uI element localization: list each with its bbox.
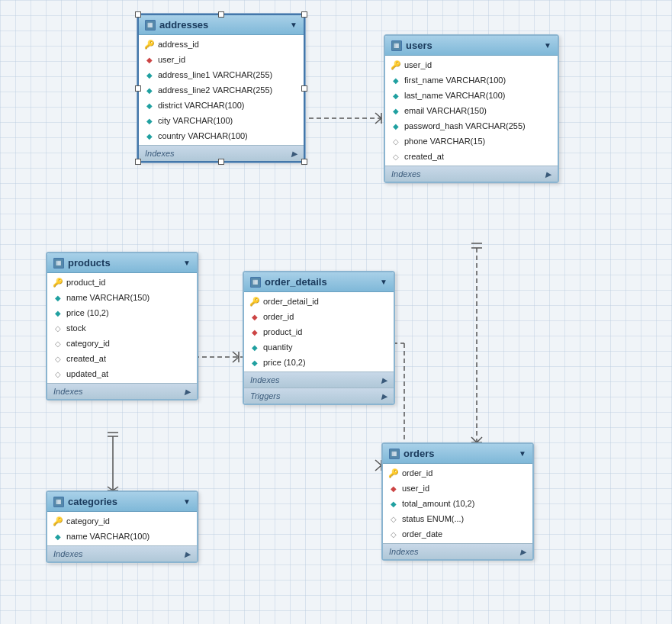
field-icon: ◇ bbox=[53, 369, 63, 378]
fk-icon: ◆ bbox=[250, 327, 259, 336]
users-title: users bbox=[406, 40, 432, 51]
key-icon: 🔑 bbox=[53, 278, 63, 287]
field-icon: ◆ bbox=[391, 121, 400, 130]
indexes-arrow: ▶ bbox=[381, 376, 387, 384]
field-icon: ◇ bbox=[389, 514, 398, 523]
field-icon: ◆ bbox=[389, 499, 398, 508]
users-indexes-footer[interactable]: Indexes ▶ bbox=[385, 166, 558, 182]
products-fields: 🔑 product_id ◆ name VARCHAR(150) ◆ price… bbox=[47, 273, 197, 383]
key-icon: 🔑 bbox=[391, 60, 400, 69]
order-details-title: order_details bbox=[265, 276, 327, 288]
field-icon: ◆ bbox=[250, 343, 259, 352]
field-icon: ◆ bbox=[53, 308, 63, 317]
field-updated_at: ◇ updated_at bbox=[47, 366, 197, 381]
order-details-indexes-footer[interactable]: Indexes ▶ bbox=[244, 372, 394, 388]
categories-indexes-footer[interactable]: Indexes ▶ bbox=[47, 545, 197, 561]
categories-table[interactable]: ▦ categories ▼ 🔑 category_id ◆ name VARC… bbox=[46, 491, 198, 563]
products-dropdown[interactable]: ▼ bbox=[183, 259, 191, 267]
field-icon: ◆ bbox=[145, 101, 154, 110]
field-order_id: 🔑 order_id bbox=[383, 465, 532, 481]
field-last_name: ◆ last_name VARCHAR(100) bbox=[385, 88, 558, 103]
field-status: ◇ status ENUM(...) bbox=[383, 511, 532, 526]
field-icon: ◇ bbox=[53, 339, 63, 348]
field-icon: ◇ bbox=[389, 529, 398, 539]
field-phone: ◇ phone VARCHAR(15) bbox=[385, 133, 558, 149]
svg-line-16 bbox=[233, 357, 239, 362]
field-password_hash: ◆ password_hash VARCHAR(255) bbox=[385, 118, 558, 133]
order-details-fields: 🔑 order_detail_id ◆ order_id ◆ product_i… bbox=[244, 292, 394, 372]
key-icon: 🔑 bbox=[250, 297, 259, 306]
orders-table[interactable]: ▦ orders ▼ 🔑 order_id ◆ user_id ◆ total_… bbox=[381, 442, 534, 561]
order-details-table-icon: ▦ bbox=[250, 277, 261, 288]
field-icon: ◇ bbox=[53, 354, 63, 363]
addresses-fields: 🔑 address_id ◆ user_id ◆ address_line1 V… bbox=[139, 35, 304, 145]
indexes-label: Indexes bbox=[145, 149, 175, 158]
field-city: ◆ city VARCHAR(100) bbox=[139, 113, 304, 128]
products-indexes-footer[interactable]: Indexes ▶ bbox=[47, 383, 197, 399]
field-icon: ◆ bbox=[53, 293, 63, 302]
categories-dropdown[interactable]: ▼ bbox=[183, 497, 191, 506]
key-icon: 🔑 bbox=[389, 468, 398, 478]
indexes-arrow: ▶ bbox=[291, 150, 297, 158]
key-icon: 🔑 bbox=[145, 40, 154, 49]
field-icon: ◆ bbox=[145, 70, 154, 79]
field-address_line2: ◆ address_line2 VARCHAR(255) bbox=[139, 82, 304, 98]
products-title: products bbox=[68, 257, 111, 269]
categories-title: categories bbox=[68, 496, 117, 507]
field-icon: ◆ bbox=[145, 85, 154, 95]
triggers-label: Triggers bbox=[250, 391, 281, 400]
field-district: ◆ district VARCHAR(100) bbox=[139, 98, 304, 113]
triggers-arrow: ▶ bbox=[381, 392, 387, 400]
field-order_id: ◆ order_id bbox=[244, 309, 394, 324]
users-table[interactable]: ▦ users ▼ 🔑 user_id ◆ first_name VARCHAR… bbox=[384, 34, 559, 183]
field-icon: ◆ bbox=[391, 76, 400, 85]
order-details-header: ▦ order_details ▼ bbox=[244, 272, 394, 292]
field-address_line1: ◆ address_line1 VARCHAR(255) bbox=[139, 67, 304, 82]
indexes-label: Indexes bbox=[391, 169, 421, 179]
field-icon: ◆ bbox=[391, 106, 400, 115]
field-order_date: ◇ order_date bbox=[383, 526, 532, 542]
svg-line-25 bbox=[375, 465, 381, 471]
field-category_id: ◇ category_id bbox=[47, 336, 197, 351]
field-icon: ◆ bbox=[145, 116, 154, 125]
key-icon: 🔑 bbox=[53, 516, 63, 526]
svg-line-3 bbox=[375, 118, 381, 124]
users-fields: 🔑 user_id ◆ first_name VARCHAR(100) ◆ la… bbox=[385, 56, 558, 166]
addresses-header: ▦ addresses ▼ bbox=[139, 15, 304, 35]
users-table-icon: ▦ bbox=[391, 40, 402, 51]
field-category_id: 🔑 category_id bbox=[47, 513, 197, 529]
svg-line-9 bbox=[477, 437, 482, 442]
order-details-dropdown[interactable]: ▼ bbox=[380, 278, 387, 286]
fk-icon: ◆ bbox=[389, 484, 398, 493]
orders-header: ▦ orders ▼ bbox=[383, 444, 532, 464]
indexes-label: Indexes bbox=[53, 549, 83, 558]
field-user_id: ◆ user_id bbox=[139, 52, 304, 67]
addresses-table[interactable]: ▦ addresses ▼ 🔑 address_id ◆ user_id ◆ a… bbox=[137, 14, 305, 162]
field-created_at: ◇ created_at bbox=[385, 149, 558, 164]
field-price: ◆ price (10,2) bbox=[244, 355, 394, 370]
indexes-arrow: ▶ bbox=[185, 388, 191, 396]
orders-fields: 🔑 order_id ◆ user_id ◆ total_amount (10,… bbox=[383, 464, 532, 543]
indexes-label: Indexes bbox=[389, 547, 419, 556]
orders-table-icon: ▦ bbox=[389, 449, 400, 459]
field-first_name: ◆ first_name VARCHAR(100) bbox=[385, 72, 558, 88]
categories-table-icon: ▦ bbox=[53, 497, 64, 507]
field-country: ◆ country VARCHAR(100) bbox=[139, 128, 304, 143]
order-details-triggers-footer[interactable]: Triggers ▶ bbox=[244, 388, 394, 404]
users-header: ▦ users ▼ bbox=[385, 36, 558, 56]
field-address_id: 🔑 address_id bbox=[139, 37, 304, 52]
indexes-label: Indexes bbox=[53, 387, 83, 396]
order-details-table[interactable]: ▦ order_details ▼ 🔑 order_detail_id ◆ or… bbox=[243, 271, 395, 405]
orders-title: orders bbox=[404, 448, 434, 459]
addresses-dropdown[interactable]: ▼ bbox=[290, 21, 297, 29]
field-icon: ◇ bbox=[391, 152, 400, 161]
products-table-icon: ▦ bbox=[53, 258, 64, 269]
fk-icon: ◆ bbox=[145, 55, 154, 64]
field-order_detail_id: 🔑 order_detail_id bbox=[244, 294, 394, 309]
users-dropdown[interactable]: ▼ bbox=[544, 41, 551, 50]
products-table[interactable]: ▦ products ▼ 🔑 product_id ◆ name VARCHAR… bbox=[46, 252, 198, 400]
field-icon: ◆ bbox=[53, 532, 63, 541]
field-price: ◆ price (10,2) bbox=[47, 305, 197, 320]
orders-indexes-footer[interactable]: Indexes ▶ bbox=[383, 543, 532, 559]
orders-dropdown[interactable]: ▼ bbox=[519, 449, 526, 458]
